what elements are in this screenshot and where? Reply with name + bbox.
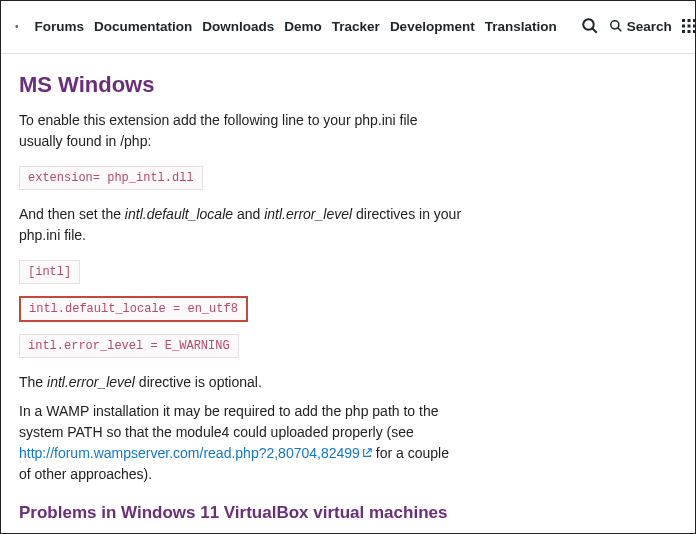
intro-text: To enable this extension add the followi…	[19, 110, 463, 152]
search-button[interactable]: Search	[609, 19, 672, 34]
svg-line-1	[592, 28, 597, 33]
svg-rect-6	[693, 19, 696, 22]
nav-forums[interactable]: Forums	[35, 19, 85, 34]
text: and	[233, 206, 264, 222]
text: directive is optional.	[135, 374, 262, 390]
text-italic: intl.default_locale	[125, 206, 233, 222]
nav-downloads[interactable]: Downloads	[202, 19, 274, 34]
wamp-text: In a WAMP installation it may be require…	[19, 401, 463, 485]
directives-text: And then set the intl.default_locale and…	[19, 204, 463, 246]
code-extension: extension= php_intl.dll	[19, 166, 203, 190]
main-content: MS Windows To enable this extension add …	[1, 54, 481, 534]
svg-rect-5	[687, 19, 690, 22]
heading-ms-windows: MS Windows	[19, 72, 463, 98]
svg-rect-8	[687, 25, 690, 28]
svg-line-3	[617, 28, 621, 32]
nav-documentation[interactable]: Documentation	[94, 19, 192, 34]
nav-tracker[interactable]: Tracker	[332, 19, 380, 34]
text-italic: intl.error_level	[264, 206, 352, 222]
moodle-sites-button[interactable]: Moodle Sites	[682, 11, 696, 41]
heading-virtualbox: Problems in Windows 11 VirtualBox virtua…	[19, 503, 463, 523]
svg-rect-11	[687, 30, 690, 33]
svg-rect-9	[693, 25, 696, 28]
svg-rect-12	[693, 30, 696, 33]
nav-dot: •	[15, 21, 19, 32]
text: And then set the	[19, 206, 125, 222]
magnify-icon[interactable]	[581, 17, 599, 35]
svg-rect-10	[682, 30, 685, 33]
svg-point-0	[583, 19, 594, 30]
svg-rect-7	[682, 25, 685, 28]
code-intl-section: [intl]	[19, 260, 80, 284]
search-icon	[609, 19, 623, 33]
text-italic: intl.error_level	[47, 374, 135, 390]
code-default-locale: intl.default_locale = en_utf8	[19, 296, 248, 322]
link-wampserver[interactable]: http://forum.wampserver.com/read.php?2,8…	[19, 445, 360, 461]
text: In a WAMP installation it may be require…	[19, 403, 438, 440]
svg-point-2	[610, 21, 618, 29]
external-link-icon	[362, 443, 372, 453]
svg-rect-4	[682, 19, 685, 22]
nav-translation[interactable]: Translation	[485, 19, 557, 34]
optional-text: The intl.error_level directive is option…	[19, 372, 463, 393]
nav-development[interactable]: Development	[390, 19, 475, 34]
search-label: Search	[627, 19, 672, 34]
nav-demo[interactable]: Demo	[284, 19, 322, 34]
code-error-level: intl.error_level = E_WARNING	[19, 334, 239, 358]
page-frame: • Forums Documentation Downloads Demo Tr…	[0, 0, 696, 534]
grid-icon	[682, 19, 696, 33]
top-nav: • Forums Documentation Downloads Demo Tr…	[1, 1, 695, 54]
text: The	[19, 374, 47, 390]
